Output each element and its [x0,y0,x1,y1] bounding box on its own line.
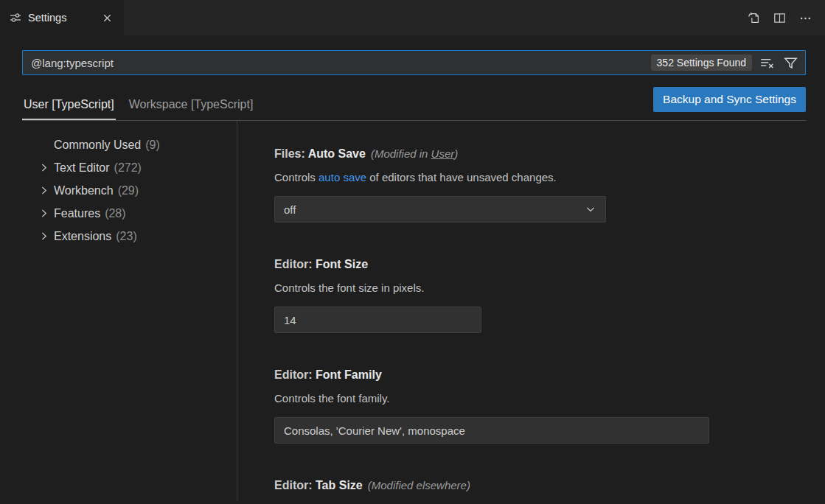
toc-item-label: Commonly Used [54,139,141,152]
toc-item-label: Workbench [54,184,114,197]
setting-files-auto-save: Files: Auto Save(Modified in User) Contr… [274,146,825,223]
settings-header: 352 Settings Found [0,35,825,75]
auto-save-select-value: off [284,203,296,216]
setting-label: Font Family [316,368,382,381]
editor-actions [746,0,825,35]
settings-list: Files: Auto Save(Modified in User) Contr… [237,121,825,501]
setting-title: Editor: Font Size [274,256,825,273]
modified-indicator: (Modified elsewhere) [368,479,470,491]
setting-description: Controls the font family. [274,391,825,406]
chevron-down-icon [585,203,596,215]
search-input[interactable] [31,57,644,69]
setting-editor-font-family: Editor: Font Family Controls the font fa… [274,367,825,444]
auto-save-select[interactable]: off [274,196,606,223]
clear-search-filters-icon[interactable] [759,55,776,71]
toc-item-workbench[interactable]: Workbench (29) [0,179,237,202]
setting-title: Editor: Tab Size(Modified elsewhere) [274,477,825,494]
open-settings-json-icon[interactable] [746,10,762,26]
scope-tabs-row: User [TypeScript] Workspace [TypeScript]… [22,75,806,121]
toc-item-commonly-used[interactable]: Commonly Used (9) [0,133,237,156]
settings-sliders-icon [10,12,21,24]
results-count-badge: 352 Settings Found [651,55,752,71]
setting-category: Files: [274,147,308,160]
split-editor-icon[interactable] [772,10,787,26]
toc-item-extensions[interactable]: Extensions (23) [0,225,237,248]
toc-item-count: (9) [145,139,160,152]
close-icon[interactable] [100,11,114,25]
toc-item-count: (29) [118,184,139,197]
tab-title: Settings [28,12,66,24]
tab-workspace-label: Workspace [TypeScript] [129,98,254,111]
modified-indicator: (Modified in User) [371,147,458,160]
chevron-right-icon [38,185,54,196]
setting-description: Controls auto save of editors that have … [274,170,825,185]
tab-user-typescript[interactable]: User [TypeScript] [22,75,116,120]
toc-item-features[interactable]: Features (28) [0,202,237,225]
auto-save-doc-link[interactable]: auto save [318,171,366,183]
toc-item-text-editor[interactable]: Text Editor (272) [0,156,237,179]
settings-toc: Commonly Used (9) Text Editor (272) Work… [0,121,237,501]
more-actions-icon[interactable] [798,10,813,26]
tab-user-label: User [TypeScript] [24,98,114,111]
tab-workspace-typescript[interactable]: Workspace [TypeScript] [128,75,255,120]
setting-label: Tab Size [316,479,363,491]
toc-item-count: (272) [114,161,142,175]
font-size-input[interactable] [274,307,481,333]
toc-item-label: Extensions [54,230,111,243]
modified-in-user-link[interactable]: User [431,147,455,160]
chevron-right-icon [38,231,54,242]
setting-label: Font Size [316,258,368,270]
font-family-input[interactable] [274,417,709,444]
toc-item-label: Features [54,207,100,220]
filter-funnel-icon[interactable] [782,55,799,71]
backup-and-sync-settings-button[interactable]: Backup and Sync Settings [653,87,806,112]
setting-title: Files: Auto Save(Modified in User) [274,146,825,162]
setting-title: Editor: Font Family [274,367,825,383]
setting-description: Controls the font size in pixels. [274,281,825,295]
setting-editor-font-size: Editor: Font Size Controls the font size… [274,256,825,333]
settings-content: Commonly Used (9) Text Editor (272) Work… [0,121,825,501]
setting-category: Editor: [274,258,316,270]
toc-item-count: (23) [116,230,136,243]
settings-search-box[interactable]: 352 Settings Found [22,50,806,75]
setting-category: Editor: [274,368,316,381]
editor-tab-bar: Settings [0,0,825,35]
chevron-right-icon [38,162,54,173]
setting-label: Auto Save [308,147,366,160]
chevron-right-icon [38,208,54,219]
toc-item-label: Text Editor [54,161,110,175]
tab-settings[interactable]: Settings [0,0,124,35]
setting-category: Editor: [274,479,316,491]
setting-editor-tab-size: Editor: Tab Size(Modified elsewhere) [274,477,825,494]
toc-item-count: (28) [105,207,125,220]
